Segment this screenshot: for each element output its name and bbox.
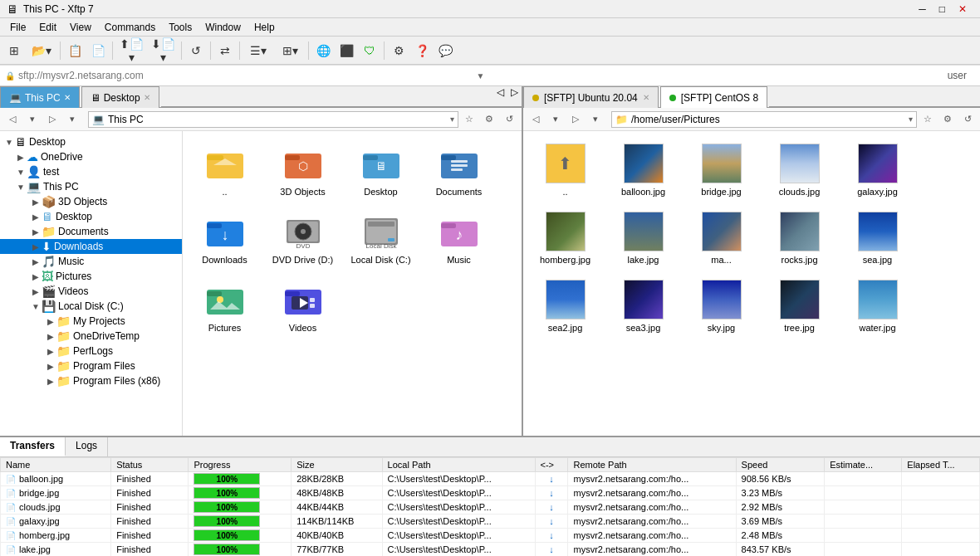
tree-item-desktop2[interactable]: ▶ 🖥 Desktop xyxy=(0,209,182,224)
tree-item-videos[interactable]: ▶ 🎬 Videos xyxy=(0,284,182,299)
right-icon-water[interactable]: water.jpg xyxy=(842,274,913,339)
tree-expander[interactable]: ▶ xyxy=(30,287,42,296)
right-icon-homberg[interactable]: homberg.jpg xyxy=(530,206,600,271)
menu-edit[interactable]: Edit xyxy=(32,20,63,35)
right-settings-btn[interactable]: ⚙ xyxy=(938,110,957,129)
download-btn[interactable]: ⬇📄▾ xyxy=(148,40,178,61)
icon-item-downloads[interactable]: ↓ Downloads xyxy=(189,206,260,271)
tree-expander[interactable]: ▶ xyxy=(30,212,42,222)
tree-item-documents[interactable]: ▶ 📁 Documents xyxy=(0,224,182,239)
right-icon-lake[interactable]: lake.jpg xyxy=(608,206,679,271)
col-remotepath[interactable]: Remote Path xyxy=(568,458,736,472)
icon-item-3dobjects[interactable]: ⬡ 3D Objects xyxy=(267,138,338,202)
tab-scroll-left[interactable]: ◁ xyxy=(493,86,507,107)
tree-expander[interactable]: ▼ xyxy=(15,168,27,177)
layout-btn[interactable]: ⊞▾ xyxy=(275,40,305,61)
tab-logs[interactable]: Logs xyxy=(66,437,108,456)
view-btn[interactable]: ☰▾ xyxy=(243,40,273,61)
table-row[interactable]: 📄galaxy.jpgFinished 100% 114KB/114KBC:\U… xyxy=(1,515,980,529)
help-btn[interactable]: ❓ xyxy=(411,40,433,61)
tree-expander[interactable]: ▶ xyxy=(30,242,42,251)
tab-thispc[interactable]: 💻 This PC ✕ xyxy=(0,86,80,108)
right-icon-parent[interactable]: ⬆ .. xyxy=(530,138,600,202)
tree-expander[interactable]: ▶ xyxy=(15,153,27,162)
right-icon-galaxy[interactable]: galaxy.jpg xyxy=(842,138,913,202)
nav-back-dropdown[interactable]: ▾ xyxy=(23,110,42,129)
right-forward-drop[interactable]: ▾ xyxy=(586,110,605,129)
right-back-btn[interactable]: ◁ xyxy=(527,110,545,129)
tab-transfers[interactable]: Transfers xyxy=(0,437,66,456)
left-path-dropdown[interactable]: ▾ xyxy=(450,115,454,124)
tree-item-desktop[interactable]: ▼ 🖥 Desktop xyxy=(0,134,182,149)
right-back-drop[interactable]: ▾ xyxy=(546,110,565,129)
icon-item-videos[interactable]: Videos xyxy=(267,274,338,339)
table-row[interactable]: 📄balloon.jpgFinished 100% 28KB/28KBC:\Us… xyxy=(1,472,980,486)
tree-expander[interactable]: ▶ xyxy=(30,198,42,207)
tree-item-programfiles[interactable]: ▶ 📁 Program Files xyxy=(0,358,182,373)
right-path-dropdown[interactable]: ▾ xyxy=(909,115,913,124)
right-icon-sky[interactable]: sky.jpg xyxy=(686,274,757,339)
settings-btn[interactable]: ⚙ xyxy=(388,40,409,61)
right-icon-sea[interactable]: sea.jpg xyxy=(842,206,913,271)
left-refresh-btn[interactable]: ↺ xyxy=(500,110,518,129)
close-btn[interactable]: ✕ xyxy=(952,2,973,17)
menu-window[interactable]: Window xyxy=(198,20,247,35)
tree-expander[interactable]: ▶ xyxy=(45,362,56,371)
table-row[interactable]: 📄bridge.jpgFinished 100% 48KB/48KBC:\Use… xyxy=(1,486,980,500)
col-direction[interactable]: <-> xyxy=(535,458,568,472)
right-forward-btn[interactable]: ▷ xyxy=(566,110,585,129)
nav-forward-btn[interactable]: ▷ xyxy=(43,110,61,129)
tree-item-test[interactable]: ▼ 👤 test xyxy=(0,164,182,179)
tree-expander[interactable]: ▶ xyxy=(45,347,56,356)
right-icon-bridge[interactable]: bridge.jpg xyxy=(686,138,757,202)
tree-expander[interactable]: ▶ xyxy=(30,272,42,281)
tree-item-onedrive[interactable]: ▶ ☁ OneDrive xyxy=(0,149,182,164)
menu-file[interactable]: File xyxy=(3,20,32,35)
sync-btn[interactable]: ⇄ xyxy=(214,40,236,61)
col-progress[interactable]: Progress xyxy=(189,458,292,472)
tree-item-perflogs[interactable]: ▶ 📁 PerfLogs xyxy=(0,344,182,358)
stop-btn[interactable]: ⬛ xyxy=(336,40,357,61)
tree-expander[interactable]: ▶ xyxy=(45,317,56,326)
table-row[interactable]: 📄lake.jpgFinished 100% 77KB/77KBC:\Users… xyxy=(1,543,980,557)
tree-expander[interactable]: ▼ xyxy=(3,138,15,147)
icon-item-dvddrive[interactable]: DVD DVD Drive (D:) xyxy=(267,206,338,271)
col-localpath[interactable]: Local Path xyxy=(382,458,535,472)
icon-item-documents[interactable]: Documents xyxy=(424,138,494,202)
shield-btn[interactable]: 🛡 xyxy=(359,40,380,61)
ubuntu-tab-close[interactable]: ✕ xyxy=(643,93,649,102)
right-icon-rocks[interactable]: rocks.jpg xyxy=(764,206,835,271)
tab-scroll-right[interactable]: ▷ xyxy=(507,86,522,107)
tree-item-music[interactable]: ▶ 🎵 Music xyxy=(0,254,182,269)
nav-back-btn[interactable]: ◁ xyxy=(3,110,22,129)
tab-thispc-close[interactable]: ✕ xyxy=(64,93,71,102)
bookmark-btn[interactable]: ☆ xyxy=(460,110,478,129)
menu-commands[interactable]: Commands xyxy=(98,20,162,35)
right-icon-balloon[interactable]: balloon.jpg xyxy=(608,138,679,202)
new-session-btn[interactable]: ⊞ xyxy=(3,40,25,61)
menu-help[interactable]: Help xyxy=(247,20,282,35)
tree-expander[interactable]: ▶ xyxy=(30,257,42,266)
tree-item-programfilesx86[interactable]: ▶ 📁 Program Files (x86) xyxy=(0,373,182,388)
table-row[interactable]: 📄clouds.jpgFinished 100% 44KB/44KBC:\Use… xyxy=(1,500,980,515)
icon-item-desktop[interactable]: 🖥 Desktop xyxy=(345,138,416,202)
chat-btn[interactable]: 💬 xyxy=(434,40,456,61)
icon-item-localdisk[interactable]: Local Disk Local Disk (C:) xyxy=(345,206,416,271)
col-size[interactable]: Size xyxy=(292,458,382,472)
tree-expander[interactable]: ▶ xyxy=(30,227,42,237)
open-btn[interactable]: 📂▾ xyxy=(27,40,56,61)
tab-desktop[interactable]: 🖥 Desktop ✕ xyxy=(81,86,159,108)
icon-item-pictures[interactable]: Pictures xyxy=(189,274,260,339)
tree-item-downloads[interactable]: ▶ ⬇ Downloads xyxy=(0,239,182,254)
minimize-btn[interactable]: ─ xyxy=(912,2,933,17)
upload-btn[interactable]: ⬆📄▾ xyxy=(116,40,146,61)
copy-local-btn[interactable]: 📋 xyxy=(64,40,86,61)
right-icon-sea2[interactable]: sea2.jpg xyxy=(530,274,600,339)
paste-btn[interactable]: 📄 xyxy=(87,40,109,61)
menu-tools[interactable]: Tools xyxy=(162,20,198,35)
right-refresh-btn[interactable]: ↺ xyxy=(958,110,977,129)
sftp-tab-centos[interactable]: [SFTP] CentOS 8 xyxy=(660,86,767,108)
menu-view[interactable]: View xyxy=(63,20,98,35)
tree-item-pictures[interactable]: ▶ 🖼 Pictures xyxy=(0,269,182,284)
tree-item-thispc[interactable]: ▼ 💻 This PC xyxy=(0,179,182,194)
